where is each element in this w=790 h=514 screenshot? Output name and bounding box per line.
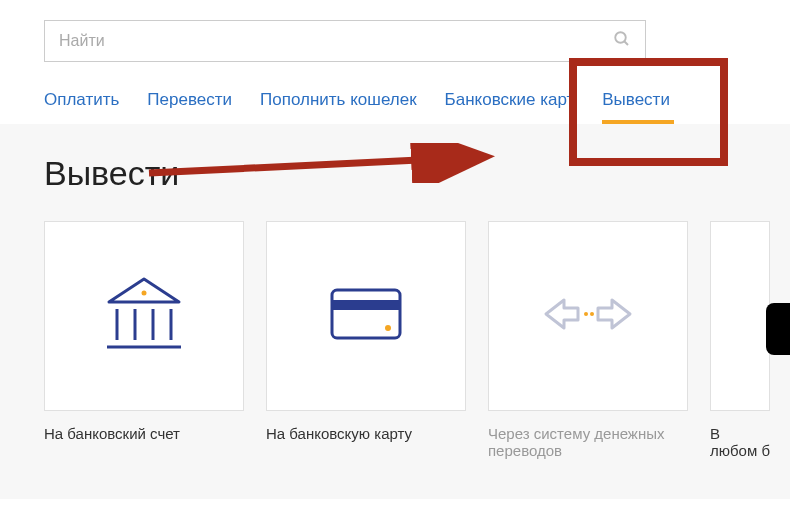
- svg-point-14: [584, 312, 588, 316]
- search-icon[interactable]: [613, 30, 631, 53]
- active-tab-underline: [602, 120, 674, 124]
- page-title: Вывести: [44, 154, 746, 193]
- svg-point-0: [615, 32, 626, 43]
- partial-dark-element: [766, 303, 790, 355]
- svg-marker-13: [598, 300, 630, 328]
- card-bank-card: На банковскую карту: [266, 221, 466, 459]
- card-box-any-bank[interactable]: [710, 221, 770, 411]
- svg-point-15: [590, 312, 594, 316]
- nav-tab-label: Вывести: [602, 90, 670, 109]
- card-any-bank-partial: В любом б: [710, 221, 770, 459]
- svg-rect-9: [332, 290, 400, 338]
- top-section: Оплатить Перевести Пополнить кошелек Бан…: [0, 0, 790, 124]
- nav-tabs: Оплатить Перевести Пополнить кошелек Бан…: [44, 90, 746, 124]
- credit-card-icon: [330, 288, 402, 344]
- card-money-transfer: Через систему денежных переводов: [488, 221, 688, 459]
- svg-line-1: [624, 41, 628, 45]
- card-label: На банковскую карту: [266, 425, 466, 442]
- nav-tab-pay[interactable]: Оплатить: [44, 90, 119, 110]
- card-box-money-transfer[interactable]: [488, 221, 688, 411]
- svg-point-3: [142, 291, 147, 296]
- nav-tab-cards[interactable]: Банковские карт: [445, 90, 575, 110]
- transfer-arrows-icon: [542, 292, 634, 340]
- cards-row: На банковский счет На банковскую карту: [44, 221, 746, 459]
- card-label: На банковский счет: [44, 425, 244, 442]
- card-box-bank-card[interactable]: [266, 221, 466, 411]
- nav-tab-topup[interactable]: Пополнить кошелек: [260, 90, 417, 110]
- svg-rect-10: [332, 300, 400, 310]
- svg-marker-12: [546, 300, 578, 328]
- card-bank-account: На банковский счет: [44, 221, 244, 459]
- svg-point-11: [385, 325, 391, 331]
- card-label: В любом б: [710, 425, 770, 459]
- bank-building-icon: [99, 274, 189, 358]
- content-section: Вывести На банковский счет: [0, 124, 790, 499]
- nav-tab-withdraw[interactable]: Вывести: [602, 90, 670, 110]
- search-bar[interactable]: [44, 20, 646, 62]
- nav-tab-transfer[interactable]: Перевести: [147, 90, 232, 110]
- search-input[interactable]: [59, 32, 613, 50]
- card-box-bank-account[interactable]: [44, 221, 244, 411]
- card-label: Через систему денежных переводов: [488, 425, 688, 459]
